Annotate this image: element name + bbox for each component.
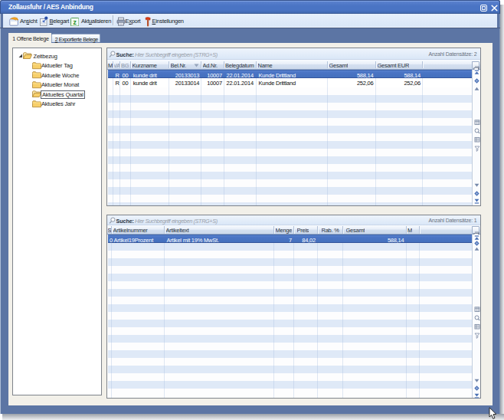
svg-text:z: z (73, 18, 76, 25)
